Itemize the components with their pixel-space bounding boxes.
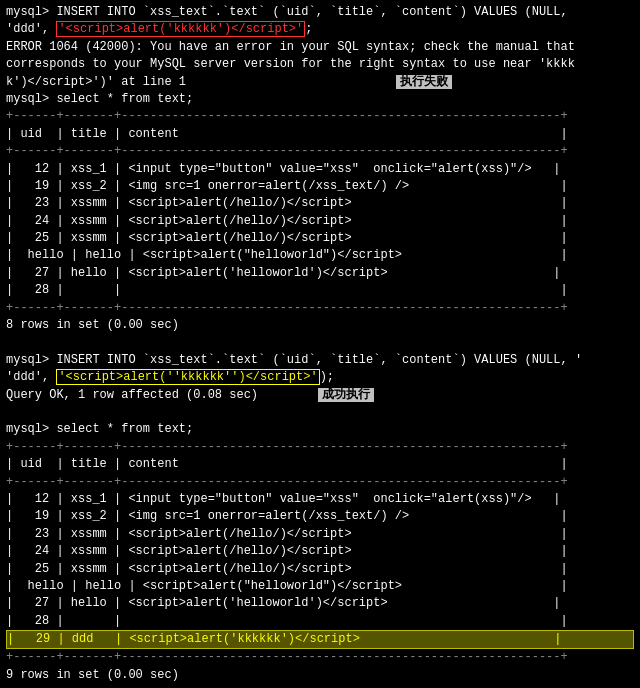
line-2: 'ddd', '<script>alert('kkkkkk')</script>… [6,21,634,38]
table-row2-4: | 24 | xssmm | <script>alert(/hello/)</s… [6,543,634,560]
table-border-top-2: +------+-------+------------------------… [6,439,634,456]
fail-label: 执行失败 [396,75,452,89]
table-row2-9: | 29 | ddd | <script>alert('kkkkkk')</sc… [6,630,634,649]
line-4: corresponds to your MySQL server version… [6,56,634,73]
table-row-1: | 12 | xss_1 | <input type="button" valu… [6,161,634,178]
table-row-7: | 27 | hello | <script>alert('helloworld… [6,265,634,282]
terminal-window: mysql> INSERT INTO `xss_text`.`text` (`u… [0,0,640,688]
table-row2-7: | 27 | hello | <script>alert('helloworld… [6,595,634,612]
table-row-5: | 25 | xssmm | <script>alert(/hello/)</s… [6,230,634,247]
rows-count-1: 8 rows in set (0.00 sec) [6,317,634,334]
line-ok: Query OK, 1 row affected (0.08 sec)成功执行 [6,387,634,404]
table-row-4: | 24 | xssmm | <script>alert(/hello/)</s… [6,213,634,230]
table-row2-1: | 12 | xss_1 | <input type="button" valu… [6,491,634,508]
table-border-bot-2: +------+-------+------------------------… [6,649,634,666]
table-row-8: | 28 | | | [6,282,634,299]
highlight-script-1: '<script>alert('kkkkkk')</script>' [56,21,305,37]
table-border-mid-2: +------+-------+------------------------… [6,474,634,491]
table-border-mid-1: +------+-------+------------------------… [6,143,634,160]
blank-2 [6,404,634,421]
table-border-bot-1: +------+-------+------------------------… [6,300,634,317]
rows-count-2: 9 rows in set (0.00 sec) [6,667,634,684]
line-6: mysql> select * from text; [6,91,634,108]
blank-3 [6,684,634,688]
line-insert-2: mysql> INSERT INTO `xss_text`.`text` (`u… [6,352,634,369]
table-row-2: | 19 | xss_2 | <img src=1 onerror=alert(… [6,178,634,195]
table-row2-3: | 23 | xssmm | <script>alert(/hello/)</s… [6,526,634,543]
table-row2-6: | hello | hello | <script>alert("hellowo… [6,578,634,595]
line-5: k')</script>')' at line 1 执行失败 [6,74,634,91]
line-insert-2b: 'ddd', '<script>alert(''kkkkkk'')</scrip… [6,369,634,386]
line-3: ERROR 1064 (42000): You have an error in… [6,39,634,56]
ok-label: 成功执行 [318,388,374,402]
table-row2-8: | 28 | | | [6,613,634,630]
blank-1 [6,334,634,351]
table-row2-2: | 19 | xss_2 | <img src=1 onerror=alert(… [6,508,634,525]
table-header-1: | uid | title | content | [6,126,634,143]
table-row-6: | hello | hello | <script>alert("hellowo… [6,247,634,264]
line-select-2: mysql> select * from text; [6,421,634,438]
line-1: mysql> INSERT INTO `xss_text`.`text` (`u… [6,4,634,21]
highlight-script-2: '<script>alert(''kkkkkk'')</script>' [56,369,319,385]
table-row-3: | 23 | xssmm | <script>alert(/hello/)</s… [6,195,634,212]
table-border-top-1: +------+-------+------------------------… [6,108,634,125]
table-row2-5: | 25 | xssmm | <script>alert(/hello/)</s… [6,561,634,578]
table-header-2: | uid | title | content | [6,456,634,473]
